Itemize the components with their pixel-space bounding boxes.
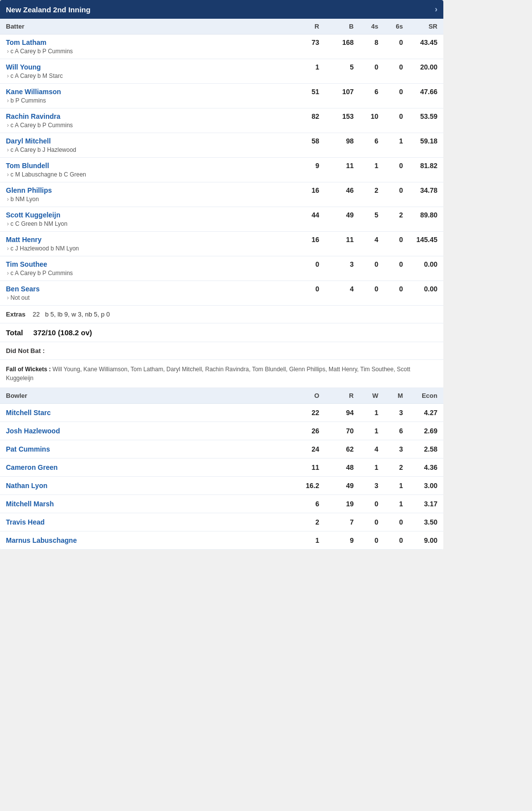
batter-runs: 58	[285, 137, 319, 145]
batter-sixes: 0	[378, 260, 403, 268]
bowler-econ: 2.58	[403, 445, 437, 453]
batter-sr: 145.45	[403, 236, 437, 244]
batter-sixes: 0	[378, 236, 403, 244]
batter-fours: 4	[354, 236, 378, 244]
total-label: Total	[6, 328, 23, 337]
bowler-runs: 48	[319, 463, 354, 471]
bowler-runs: 9	[319, 536, 354, 544]
batter-sr: 43.45	[403, 38, 437, 46]
bowler-overs: 6	[285, 500, 319, 508]
innings-title: New Zealand 2nd Inning	[6, 5, 91, 14]
batter-sr: 34.78	[403, 186, 437, 194]
batter-sixes: 0	[378, 186, 403, 194]
table-row[interactable]: Josh Hazlewood 26 70 1 6 2.69	[0, 422, 443, 440]
fow-value: Will Young, Kane Williamson, Tom Latham,…	[6, 366, 410, 382]
table-row[interactable]: Pat Cummins 24 62 4 3 2.58	[0, 440, 443, 458]
batter-fours: 10	[354, 112, 378, 120]
batter-sixes: 0	[378, 88, 403, 96]
bowling-column-headers: Bowler O R W M Econ	[0, 388, 443, 404]
table-row[interactable]: Tom Blundell 9 11 1 0 81.82 c M Labuscha…	[0, 158, 443, 182]
batter-runs: 82	[285, 112, 319, 120]
table-row[interactable]: Glenn Phillips 16 46 2 0 34.78 b NM Lyon	[0, 182, 443, 207]
batter-fours: 2	[354, 186, 378, 194]
bowler-econ: 3.17	[403, 500, 437, 508]
col-batter: Batter	[6, 23, 285, 30]
bowler-maidens: 3	[378, 409, 403, 417]
bowler-runs: 49	[319, 482, 354, 490]
table-row[interactable]: Scott Kuggeleijn 44 49 5 2 89.80 c C Gre…	[0, 207, 443, 232]
batter-balls: 11	[319, 162, 354, 170]
batter-sr: 53.59	[403, 112, 437, 120]
batter-balls: 107	[319, 88, 354, 96]
table-row[interactable]: Mitchell Starc 22 94 1 3 4.27	[0, 404, 443, 422]
col-6s: 6s	[378, 23, 403, 30]
bowler-wickets: 3	[354, 482, 378, 490]
bowler-list: Mitchell Starc 22 94 1 3 4.27 Josh Hazle…	[0, 404, 443, 550]
table-row[interactable]: Rachin Ravindra 82 153 10 0 53.59 c A Ca…	[0, 108, 443, 133]
batting-column-headers: Batter R B 4s 6s SR	[0, 19, 443, 35]
bowler-maidens: 1	[378, 500, 403, 508]
table-row[interactable]: Ben Sears 0 4 0 0 0.00 Not out	[0, 281, 443, 306]
table-row[interactable]: Tom Latham 73 168 8 0 43.45 c A Carey b …	[0, 35, 443, 59]
bowler-runs: 70	[319, 427, 354, 435]
innings-header[interactable]: New Zealand 2nd Inning ›	[0, 0, 443, 19]
table-row[interactable]: Matt Henry 16 11 4 0 145.45 c J Hazlewoo…	[0, 232, 443, 256]
bowler-name: Josh Hazlewood	[6, 427, 285, 435]
batter-runs: 44	[285, 211, 319, 219]
bowler-runs: 19	[319, 500, 354, 508]
bowler-name: Pat Cummins	[6, 445, 285, 453]
innings-card: New Zealand 2nd Inning › Batter R B 4s 6…	[0, 0, 443, 550]
batter-dismissal: c M Labuschagne b C Green	[6, 171, 437, 178]
bowler-runs: 62	[319, 445, 354, 453]
bowler-name: Travis Head	[6, 518, 285, 526]
batter-fours: 6	[354, 137, 378, 145]
batter-balls: 5	[319, 63, 354, 71]
total-value: 372/10 (108.2 ov)	[33, 328, 92, 337]
batter-name: Scott Kuggeleijn	[6, 211, 285, 219]
table-row[interactable]: Nathan Lyon 16.2 49 3 1 3.00	[0, 477, 443, 495]
table-row[interactable]: Will Young 1 5 0 0 20.00 c A Carey b M S…	[0, 59, 443, 84]
bowler-maidens: 0	[378, 518, 403, 526]
batter-fours: 1	[354, 162, 378, 170]
batter-sixes: 0	[378, 285, 403, 293]
bowler-econ: 4.27	[403, 409, 437, 417]
bowler-maidens: 2	[378, 463, 403, 471]
batter-dismissal: c C Green b NM Lyon	[6, 220, 437, 227]
table-row[interactable]: Marnus Labuschagne 1 9 0 0 9.00	[0, 531, 443, 550]
batter-name: Ben Sears	[6, 285, 285, 293]
batter-dismissal: c A Carey b P Cummins	[6, 270, 437, 277]
batter-dismissal: b NM Lyon	[6, 196, 437, 203]
batter-sixes: 1	[378, 137, 403, 145]
bowler-name: Marnus Labuschagne	[6, 536, 285, 544]
batter-sr: 20.00	[403, 63, 437, 71]
bowler-overs: 2	[285, 518, 319, 526]
batter-runs: 16	[285, 186, 319, 194]
table-row[interactable]: Travis Head 2 7 0 0 3.50	[0, 513, 443, 531]
bowler-name: Cameron Green	[6, 463, 285, 471]
batter-sixes: 0	[378, 112, 403, 120]
table-row[interactable]: Kane Williamson 51 107 6 0 47.66 b P Cum…	[0, 84, 443, 108]
col-b: B	[319, 23, 354, 30]
batter-list: Tom Latham 73 168 8 0 43.45 c A Carey b …	[0, 35, 443, 306]
batter-fours: 0	[354, 260, 378, 268]
fow-label: Fall of Wickets :	[6, 366, 51, 373]
col-econ: Econ	[403, 392, 437, 399]
batter-name: Kane Williamson	[6, 88, 285, 96]
bowler-wickets: 1	[354, 427, 378, 435]
batter-sr: 47.66	[403, 88, 437, 96]
table-row[interactable]: Cameron Green 11 48 1 2 4.36	[0, 458, 443, 477]
extras-label: Extras	[6, 311, 26, 318]
table-row[interactable]: Tim Southee 0 3 0 0 0.00 c A Carey b P C…	[0, 256, 443, 281]
chevron-icon: ›	[435, 5, 437, 14]
batter-runs: 0	[285, 260, 319, 268]
col-br: R	[319, 392, 354, 399]
batter-fours: 8	[354, 38, 378, 46]
batter-balls: 49	[319, 211, 354, 219]
col-r: R	[285, 23, 319, 30]
batter-dismissal: Not out	[6, 294, 437, 301]
batter-balls: 168	[319, 38, 354, 46]
bowler-wickets: 4	[354, 445, 378, 453]
table-row[interactable]: Mitchell Marsh 6 19 0 1 3.17	[0, 495, 443, 513]
batter-name: Rachin Ravindra	[6, 112, 285, 120]
table-row[interactable]: Daryl Mitchell 58 98 6 1 59.18 c A Carey…	[0, 133, 443, 158]
